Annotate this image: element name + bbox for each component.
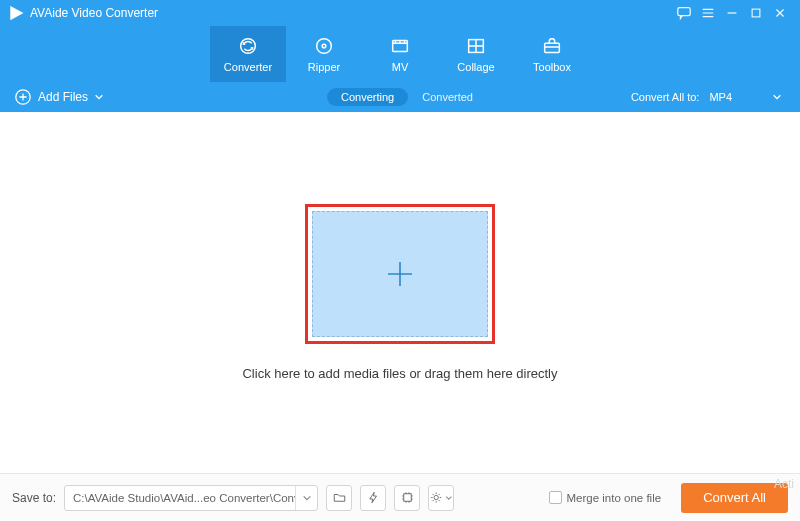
tab-toolbox[interactable]: Toolbox	[514, 26, 590, 82]
collage-icon	[465, 35, 487, 57]
plus-circle-icon	[14, 88, 32, 106]
tab-collage[interactable]: Collage	[438, 26, 514, 82]
folder-icon	[332, 490, 347, 505]
chevron-down-icon[interactable]	[295, 486, 317, 510]
svg-rect-10	[403, 494, 411, 502]
svg-marker-0	[11, 7, 22, 19]
chip-icon	[400, 490, 415, 505]
checkbox-icon	[549, 491, 562, 504]
save-path-dropdown[interactable]: C:\AVAide Studio\AVAid...eo Converter\Co…	[64, 485, 318, 511]
tab-mv[interactable]: MV	[362, 26, 438, 82]
menu-icon[interactable]	[696, 1, 720, 25]
convert-icon	[237, 35, 259, 57]
status-tabs: Converting Converted	[327, 88, 473, 106]
chevron-down-icon	[445, 494, 453, 502]
merge-checkbox[interactable]: Merge into one file	[549, 491, 662, 504]
titlebar: AVAide Video Converter	[0, 0, 800, 26]
tab-label: MV	[392, 61, 409, 73]
settings-button[interactable]	[428, 485, 454, 511]
close-icon[interactable]	[768, 1, 792, 25]
gpu-accel-button[interactable]	[394, 485, 420, 511]
convert-all-to-label: Convert All to:	[631, 91, 699, 103]
app-logo-icon	[8, 5, 24, 21]
lightning-icon	[366, 490, 381, 505]
dropzone-hint: Click here to add media files or drag th…	[242, 366, 557, 381]
mv-icon	[389, 35, 411, 57]
svg-point-11	[434, 495, 438, 499]
save-path-value: C:\AVAide Studio\AVAid...eo Converter\Co…	[65, 492, 295, 504]
add-files-button[interactable]: Add Files	[14, 88, 104, 106]
tab-ripper[interactable]: Ripper	[286, 26, 362, 82]
svg-point-4	[317, 39, 332, 54]
tab-label: Converter	[224, 61, 272, 73]
tab-label: Toolbox	[533, 61, 571, 73]
nav-tabs: Converter Ripper MV Collage Toolbox	[0, 26, 800, 82]
app-title: AVAide Video Converter	[30, 6, 672, 20]
tool-row: Add Files Converting Converted Convert A…	[0, 82, 800, 112]
open-folder-button[interactable]	[326, 485, 352, 511]
disc-icon	[313, 35, 335, 57]
svg-point-5	[322, 44, 326, 48]
convert-all-button[interactable]: Convert All	[681, 483, 788, 513]
gear-icon	[429, 490, 443, 505]
output-format-value: MP4	[709, 91, 732, 103]
lightning-off-button[interactable]	[360, 485, 386, 511]
bottom-bar: Save to: C:\AVAide Studio\AVAid...eo Con…	[0, 473, 800, 521]
tab-converted[interactable]: Converted	[422, 91, 473, 103]
maximize-icon[interactable]	[744, 1, 768, 25]
plus-icon	[380, 254, 420, 294]
save-to-label: Save to:	[12, 491, 56, 505]
tab-label: Ripper	[308, 61, 340, 73]
tab-converting[interactable]: Converting	[327, 88, 408, 106]
chevron-down-icon	[772, 92, 782, 102]
toolbox-icon	[541, 35, 563, 57]
tab-converter[interactable]: Converter	[210, 26, 286, 82]
feedback-icon[interactable]	[672, 1, 696, 25]
output-format-dropdown[interactable]: MP4	[709, 91, 786, 103]
main-area: Click here to add media files or drag th…	[0, 112, 800, 473]
tab-label: Collage	[457, 61, 494, 73]
dropzone-highlight	[305, 204, 495, 344]
chevron-down-icon	[94, 92, 104, 102]
minimize-icon[interactable]	[720, 1, 744, 25]
svg-rect-2	[752, 9, 760, 17]
svg-rect-8	[545, 43, 560, 52]
add-files-label: Add Files	[38, 90, 88, 104]
add-media-dropzone[interactable]	[312, 211, 488, 337]
merge-label: Merge into one file	[567, 492, 662, 504]
convert-all-to: Convert All to: MP4	[631, 91, 786, 103]
svg-rect-1	[678, 8, 690, 16]
